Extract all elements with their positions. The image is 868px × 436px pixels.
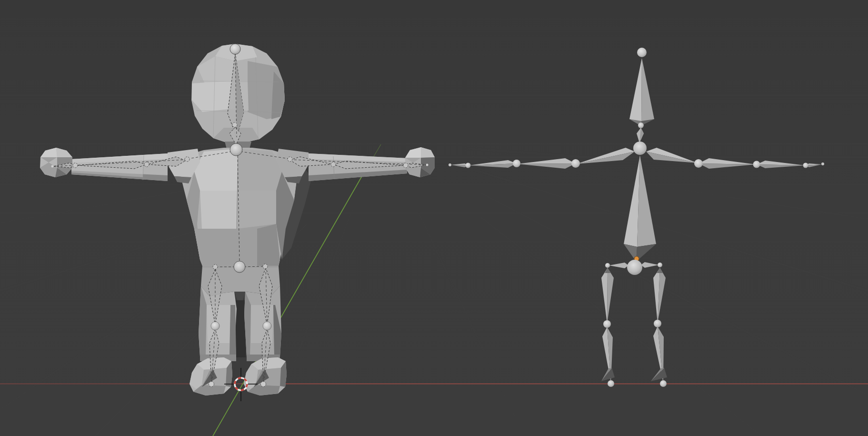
joint-hip-l (605, 263, 610, 268)
joint-elbow-r (694, 159, 703, 168)
joint-ankle-l (209, 382, 214, 387)
joint-hip (627, 260, 642, 275)
joint-elbow-l (144, 162, 149, 167)
joint-hand-r (803, 163, 808, 168)
joint-hip-r (263, 264, 268, 269)
joint-fingertip-r (821, 162, 824, 165)
joint-head-top (637, 48, 647, 57)
joint-shoulder-l (185, 157, 190, 162)
joint-wrist-l (513, 160, 520, 167)
joint-wrist-l (73, 163, 78, 168)
joint-chest (633, 142, 647, 155)
joint-knee-r (654, 320, 661, 327)
character-object-facet (200, 191, 237, 229)
joint-knee-r (263, 322, 271, 330)
joint-knee-l (603, 320, 611, 328)
joint-hand-l (466, 163, 471, 168)
joint-head-top (230, 44, 240, 54)
joint-wrist-r (753, 161, 760, 168)
viewport-background[interactable] (0, 0, 868, 436)
joint-neck (638, 122, 644, 128)
character-object-facet (229, 305, 236, 356)
joint-shoulder-r (288, 157, 292, 162)
joint-hip-r (658, 263, 662, 267)
joint-knee-l (211, 322, 219, 330)
joint-fingertip-l (449, 163, 451, 166)
joint-fingertip-r (426, 164, 429, 166)
joint-hip (234, 261, 245, 273)
joint-neck (232, 122, 237, 127)
joint-ankle-l (608, 380, 614, 387)
joint-ankle-r (261, 382, 266, 387)
character-object-facet (257, 224, 280, 266)
joint-elbow-l (571, 159, 580, 168)
joint-wrist-r (403, 163, 408, 168)
joint-fingertip-l (51, 165, 54, 168)
blender-3d-viewport[interactable] (0, 0, 868, 436)
joint-ankle-r (660, 380, 667, 387)
joint-hip-l (213, 264, 218, 269)
joint-chest (230, 143, 242, 156)
joint-elbow-r (331, 162, 336, 167)
character-object-facet (237, 191, 276, 229)
